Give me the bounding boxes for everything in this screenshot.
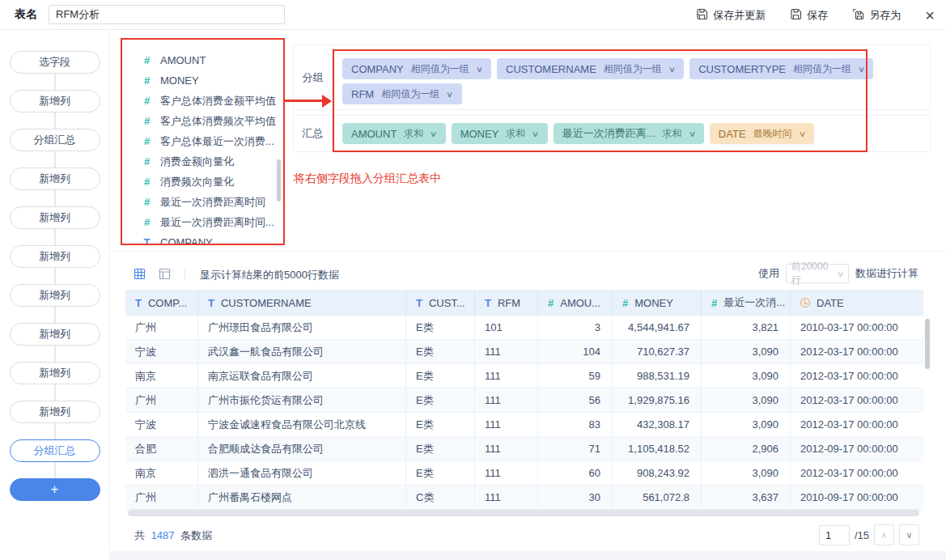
cell-amount: 60 [538, 461, 613, 485]
table-row[interactable]: 合肥 合肥顺成达食品有限公司 E类 111 71 1,105,418.52 2,… [125, 437, 923, 461]
column-header[interactable]: 最近一次消... [702, 290, 791, 316]
table-name-input[interactable] [49, 5, 285, 24]
column-type-icon [208, 298, 214, 308]
column-header[interactable]: MONEY [613, 290, 702, 316]
grid-view-icon[interactable] [134, 268, 146, 283]
save-button[interactable]: 保存 [790, 8, 828, 23]
cell-rfm: 111 [475, 437, 538, 460]
chevron-down-icon: ∨ [430, 129, 437, 138]
table-row[interactable]: 广州 广州番禺石楼网点 C类 111 30 561,072.8 3,637 20… [125, 486, 923, 510]
table-row[interactable]: 宁波 武汉鑫一航食品有限公司 E类 111 104 710,627.37 3,0… [125, 340, 923, 364]
chevron-down-icon: ∨ [689, 129, 696, 138]
cell-customertype: E类 [406, 388, 475, 412]
summary-tags: AMOUNT 求和 ∨ MONEY 求和 ∨ 最近一次消费距离... 求和 ∨ … [333, 116, 930, 151]
column-header[interactable]: RFM [475, 290, 538, 316]
cell-company: 南京 [125, 461, 198, 485]
field-item[interactable]: 消费频次向量化 [122, 172, 283, 192]
table-name-label: 表名 [15, 7, 37, 22]
group-field-tag[interactable]: RFM 相同值为一组 ∨ [342, 83, 462, 104]
tag-rule: 相同值为一组 [604, 62, 662, 76]
sidebar-step-button[interactable]: 新增列 [10, 206, 100, 229]
field-item[interactable]: AMOUNT [122, 50, 283, 70]
panel-view-icon[interactable] [159, 268, 171, 283]
page-up-button[interactable]: ∧ [874, 524, 894, 545]
column-header[interactable]: DATE [791, 290, 923, 316]
total-suffix: 条数据 [180, 529, 212, 541]
field-item[interactable]: COMPANY [122, 232, 283, 245]
tag-rule: 求和 [506, 127, 525, 141]
cell-customertype: E类 [406, 413, 475, 436]
summary-field-tag[interactable]: MONEY 求和 ∨ [452, 123, 548, 144]
field-item[interactable]: 最近一次消费距离时间 [122, 192, 283, 212]
page-down-button[interactable]: ∨ [899, 524, 919, 545]
pagination: /15 ∧ ∨ [819, 524, 919, 545]
summary-field-tag[interactable]: AMOUNT 求和 ∨ [342, 123, 446, 144]
cell-money: 1,929,875.16 [613, 388, 702, 412]
sidebar-step-button[interactable]: 新增列 [10, 168, 100, 190]
cell-company: 广州 [125, 316, 198, 339]
sidebar-step-button[interactable]: 选字段 [10, 51, 100, 74]
cell-recency: 3,090 [702, 413, 791, 436]
sidebar-step-button[interactable]: 新增列 [10, 245, 100, 268]
field-item[interactable]: MONEY [122, 70, 283, 91]
cell-customertype: E类 [406, 364, 475, 388]
table-row[interactable]: 广州 广州市振伦货运有限公司 E类 111 56 1,929,875.16 3,… [125, 388, 923, 413]
field-item[interactable]: 客户总体消费金额平均值 [122, 91, 283, 111]
table-row[interactable]: 南京 泗洪一通食品有限公司 E类 111 60 908,243.92 3,090… [125, 461, 923, 486]
summary-field-tag[interactable]: 最近一次消费距离... 求和 ∨ [554, 123, 704, 144]
save-and-update-button[interactable]: 保存并更新 [696, 8, 766, 23]
tag-rule: 相同值为一组 [793, 62, 851, 76]
cell-money: 908,243.92 [613, 461, 702, 485]
sidebar-step-button[interactable]: 分组汇总 [10, 129, 100, 151]
save-as-button[interactable]: 另存为 [852, 8, 901, 23]
cell-date: 2012-09-17 00:00:00 [791, 437, 923, 460]
sidebar-step-button[interactable]: 分组汇总 [10, 439, 100, 462]
horizontal-scrollbar[interactable] [128, 510, 919, 516]
sidebar-step-button[interactable]: 新增列 [10, 284, 100, 307]
field-name: COMPANY [160, 236, 213, 245]
fields-scrollbar[interactable] [277, 159, 281, 202]
table-row[interactable]: 广州 广州璟田食品有限公司 E类 101 3 4,544,941.67 3,82… [125, 316, 923, 340]
field-item[interactable]: 客户总体最近一次消费... [122, 131, 283, 151]
cell-recency: 3,090 [702, 340, 791, 363]
tag-rule: 相同值为一组 [381, 87, 439, 101]
step-connector [54, 151, 56, 168]
page-number-input[interactable] [819, 525, 850, 545]
tag-field-name: 最近一次消费距离... [562, 126, 655, 141]
tag-field-name: DATE [719, 128, 746, 140]
vertical-scrollbar[interactable] [925, 319, 930, 369]
close-icon[interactable]: × [925, 7, 935, 23]
field-item[interactable]: 最近一次消费距离时间... [122, 212, 283, 232]
field-name: 客户总体消费金额平均值 [160, 94, 276, 108]
field-name: 消费频次向量化 [160, 175, 234, 189]
chevron-down-icon: ∨ [668, 65, 676, 74]
group-field-tag[interactable]: CUSTOMERNAME 相同值为一组 ∨ [497, 58, 684, 79]
field-type-icon [142, 217, 152, 227]
cell-company: 广州 [125, 486, 198, 509]
row-limit-select[interactable]: 前20000行 ∨ [786, 264, 849, 283]
sidebar-step-button[interactable]: 新增列 [10, 401, 100, 423]
sidebar-step-button[interactable]: 新增列 [10, 323, 100, 346]
column-header[interactable]: CUST... [406, 290, 475, 316]
field-list: AMOUNT MONEY 客户总体消费金额平均值 客户总体消费频次平均值 客户总… [122, 40, 283, 245]
table-row[interactable]: 宁波 宁波金诚速程食品有限公司北京线 E类 111 83 432,308.17 … [125, 413, 923, 437]
cell-amount: 59 [538, 364, 613, 388]
group-field-tag[interactable]: COMPANY 相同值为一组 ∨ [342, 58, 491, 79]
field-item[interactable]: 客户总体消费频次平均值 [122, 111, 283, 131]
cell-date: 2010-09-17 00:00:00 [791, 486, 923, 509]
sidebar-step-button[interactable]: + [10, 478, 100, 501]
column-header[interactable]: COMP... [125, 290, 198, 316]
column-header[interactable]: CUSTOMERNAME [198, 290, 406, 316]
field-type-icon [142, 75, 152, 86]
table-row[interactable]: 南京 南京运联食品有限公司 E类 111 59 988,531.19 3,090… [125, 364, 923, 388]
field-item[interactable]: 消费金额向量化 [122, 151, 283, 172]
field-type-icon [142, 116, 152, 126]
sidebar-step-button[interactable]: 新增列 [10, 362, 100, 384]
result-info-text: 显示计算结果的前5000行数据 [200, 268, 339, 282]
cell-date: 2012-03-17 00:00:00 [791, 340, 923, 363]
column-type-icon [800, 298, 810, 308]
group-field-tag[interactable]: CUSTOMERTYPE 相同值为一组 ∨ [689, 58, 873, 79]
column-header[interactable]: AMOU... [538, 290, 613, 316]
summary-field-tag[interactable]: DATE 最晚时间 ∨ [710, 123, 814, 144]
sidebar-step-button[interactable]: 新增列 [10, 90, 100, 112]
